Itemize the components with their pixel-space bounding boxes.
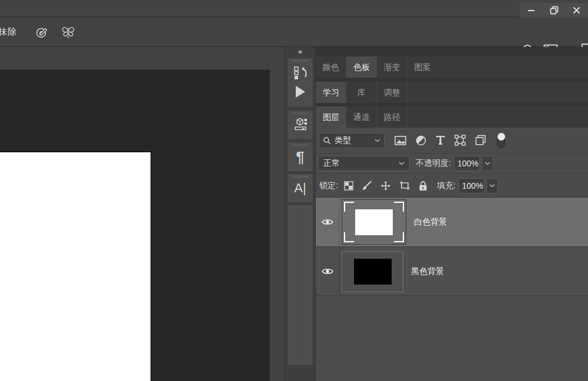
layer-thumbnail[interactable] [342,251,403,292]
brush-icon [362,181,372,191]
layer-filter-buttons [395,135,486,146]
layer-filter-toggle[interactable] [497,133,505,148]
panels-column: 颜色 色板 渐变 图案 学习 库 调整 图层 通道 路径 [316,47,588,381]
filter-pixel-layers-button[interactable] [395,136,406,145]
lock-paint-button[interactable] [362,181,372,191]
thumbnail-preview [355,209,393,235]
window-controls [520,3,588,18]
tab-color[interactable]: 颜色 [316,56,346,78]
document-white-region [0,151,152,381]
move-icon [380,181,391,191]
tab-swatches[interactable]: 色板 [346,56,377,78]
tab-patterns[interactable]: 图案 [407,56,438,78]
minimize-icon [527,6,535,14]
restore-button[interactable] [543,3,566,18]
character-icon: A| [294,182,306,195]
options-bar: 抹除 [0,18,588,47]
tab-adjustments[interactable]: 调整 [377,82,407,103]
dock-group-history-actions [287,58,313,108]
layers-list-empty-area [316,296,588,381]
opacity-chevron-button[interactable] [482,156,493,171]
window-titlebar [0,0,588,18]
layer-kind-filter-dropdown[interactable]: 类型 [319,133,385,148]
tab-learn[interactable]: 学习 [316,82,346,103]
paragraph-panel-button[interactable]: ¶ [296,149,304,165]
blend-mode-value: 正常 [323,158,399,169]
layer-row-white-background[interactable]: 白色背景 [316,198,588,247]
lock-artboard-button[interactable] [399,181,410,190]
collapse-dock-icon: « [298,47,302,56]
tab-channels[interactable]: 通道 [346,106,377,128]
panel-group-gripper[interactable] [293,144,308,146]
actions-panel-button[interactable] [295,85,306,98]
panel-group-gripper[interactable] [293,112,308,114]
history-icon [293,65,308,81]
fill-value: 100% [462,181,483,190]
panel-group-gripper[interactable] [293,176,308,178]
filter-type-layers-button[interactable] [436,135,445,145]
blend-mode-dropdown[interactable]: 正常 [318,156,410,171]
search-icon [323,136,331,145]
thumbnail-preview [354,259,392,285]
minimize-button[interactable] [520,3,543,18]
dock-collapse-button[interactable]: « [285,47,315,57]
fill-chevron-button[interactable] [486,178,498,193]
opacity-value-box[interactable]: 100% [454,156,480,171]
panel-group-gripper[interactable] [293,60,308,62]
tab-gradients[interactable]: 渐变 [377,56,407,78]
panel-dock: « [285,47,316,381]
dock-group-character: A| [287,173,313,203]
dock-group-paragraph: ¶ [287,142,313,172]
layers-panel-body: 类型 [316,128,588,381]
paint-symmetry-button[interactable] [61,25,76,40]
filter-shape-layers-button[interactable] [455,135,466,146]
layer-name[interactable]: 黑色背景 [411,266,444,277]
lock-transparency-button[interactable] [344,181,353,190]
text-T-icon [436,135,445,145]
tab-paths[interactable]: 路径 [377,106,407,128]
cube-icon [292,117,309,132]
close-icon [573,6,580,14]
swatches-panel-tabs: 颜色 色板 渐变 图案 [316,56,588,78]
character-panel-button[interactable]: A| [294,182,306,195]
tab-layers[interactable]: 图层 [316,106,346,128]
opacity-value: 100% [457,159,479,168]
chevron-down-icon [485,162,490,165]
chevron-down-icon [375,139,380,142]
layer-row-black-background[interactable]: 黑色背景 [316,248,588,296]
chevron-down-icon [489,184,495,188]
toggle-knob [497,133,505,141]
eye-icon [322,268,333,275]
filter-adjustment-layers-button[interactable] [416,135,426,146]
smoothing-button[interactable] [35,25,49,39]
artboard-icon [399,181,410,190]
checkerboard-icon [344,181,353,190]
lock-position-button[interactable] [380,181,391,191]
history-panel-button[interactable] [293,65,308,81]
lock-icon [419,181,427,191]
canvas-chrome [0,47,285,381]
layer-thumbnail[interactable] [342,199,406,245]
canvas-area[interactable] [0,69,270,381]
fill-value-box[interactable]: 100% [459,178,485,193]
thumbnail-corner-bracket [394,232,404,242]
filter-smart-objects-button[interactable] [475,135,486,146]
tab-libraries[interactable]: 库 [346,82,377,103]
cube-panel-button[interactable] [292,117,309,132]
lock-fill-row: 锁定: [316,174,588,198]
thumbnail-corner-bracket [394,202,404,212]
smart-object-icon [475,135,486,146]
eye-icon [322,218,333,226]
visibility-toggle[interactable] [316,248,339,295]
tool-options-label: 抹除 [0,26,17,38]
image-icon [395,136,406,145]
adjustment-circle-icon [416,135,426,146]
paragraph-icon: ¶ [296,149,304,165]
close-button[interactable] [565,3,588,18]
photoshop-window: 抹除 [0,0,588,381]
visibility-toggle[interactable] [316,198,339,246]
shape-icon [455,135,466,146]
layer-name[interactable]: 白色背景 [414,217,447,228]
opacity-label: 不透明度: [416,158,451,169]
lock-all-button[interactable] [419,181,427,191]
